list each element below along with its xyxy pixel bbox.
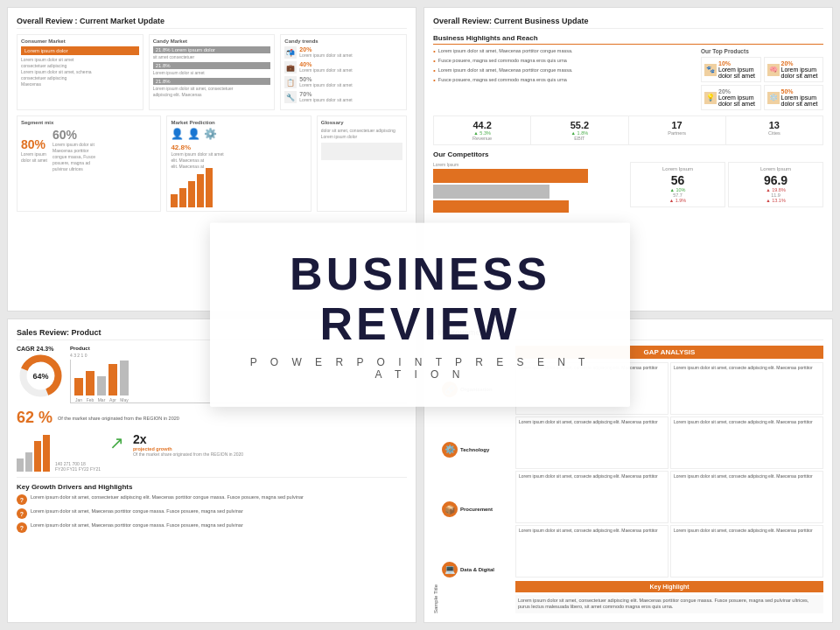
comp-big-num-2: 96.9 bbox=[732, 173, 819, 187]
growth-item-2: ? Lorem ipsum dolor sit amet, Maecenas p… bbox=[17, 508, 407, 519]
metric-label-1: Revenue bbox=[439, 136, 525, 141]
pred-icons: 👤 👤 ⚙️ bbox=[171, 128, 306, 140]
cagr-label: CAGR 24.3% bbox=[17, 346, 65, 352]
trend-bar-fy21a bbox=[25, 452, 32, 472]
bullet-text-2: Fusce posuere, magna sed commodo magna e… bbox=[438, 58, 567, 64]
candy-trends-label: Candy trends bbox=[284, 38, 402, 44]
metric-label-3: Partners bbox=[634, 130, 720, 136]
metric-value-1: 44.2 bbox=[439, 120, 525, 130]
metric-value-2: 55.2 bbox=[536, 120, 622, 130]
pred-bar-2 bbox=[179, 188, 186, 207]
pred-bar-1 bbox=[171, 194, 178, 207]
cell-data-2: Lorem ipsum dolor sit amet, consecte adi… bbox=[670, 525, 823, 578]
competitors-section: Our Competitors Lorem Ipsum Lorem Ipsum … bbox=[433, 150, 823, 214]
key-growth-section: Key Growth Drivers and Highlights ? Lore… bbox=[17, 477, 407, 533]
data-label: Data & Digital bbox=[460, 567, 494, 572]
sub-title: P O W E R P O I N T P R E S E N T A T I … bbox=[245, 356, 595, 381]
pred-icon-2: 👤 bbox=[187, 128, 200, 140]
segment-big-pct1: 80% Lorem ipsum dolor sit amet bbox=[21, 137, 47, 164]
bullet-dot-3: • bbox=[433, 66, 436, 74]
product-3: 💡 20% Lorem ipsum dolor sit amet bbox=[701, 85, 761, 110]
main-title-line2: REVIEW bbox=[245, 299, 595, 349]
product-4: ❄️ 50% Lorem ipsum dolor sit amet bbox=[764, 85, 824, 110]
trend-icon-2: 💼 bbox=[284, 61, 297, 74]
comp-bar-orange-1 bbox=[433, 169, 588, 183]
comp-cards: Lorem Ipsum 56 ▲ 10% 57.7 ▲ 1.9% Lorem I… bbox=[630, 162, 823, 207]
bullet-dot-1: • bbox=[433, 47, 436, 55]
market-pred-label: Market Prediction bbox=[171, 120, 306, 125]
bullet-text-3: Lorem ipsum dolor sit amet, Maecenas por… bbox=[438, 67, 573, 74]
trend-bars bbox=[17, 432, 50, 472]
market-share-row: 62 % Of the market share originated from… bbox=[17, 409, 407, 427]
metric-cities: 13 Cities bbox=[726, 116, 822, 144]
trend-pct-3: 50% bbox=[299, 76, 352, 82]
metric-label-4: Cities bbox=[732, 130, 817, 136]
growth-sub: Of the market share originated from the … bbox=[133, 452, 243, 457]
comp-card-title-1: Lorem Ipsum bbox=[634, 166, 721, 172]
comp-bar-gray-1 bbox=[433, 185, 550, 199]
chart-pct: 42.8% bbox=[171, 144, 306, 151]
metric-value-4: 13 bbox=[732, 120, 817, 130]
lorem-3: Lorem ipsum dolor sit amet, schema bbox=[21, 69, 139, 74]
highlight-text: Lorem ipsum dolor sit amet, consectetuer… bbox=[515, 595, 823, 613]
top-products-section: Our Top Products 🐾 10% Lorem ipsum dolor… bbox=[701, 48, 823, 110]
metric-ebit: 55.2 ▲ 1.8% EBIT bbox=[531, 116, 628, 144]
segment-mix-label: Segment mix bbox=[21, 120, 157, 125]
lorem-2: consectetuer adipiscing bbox=[21, 63, 139, 68]
key-growth-title: Key Growth Drivers and Highlights bbox=[17, 483, 407, 491]
pred-bar-5 bbox=[206, 168, 213, 207]
metric-revenue: 44.2 ▲ 5.3% Revenue bbox=[434, 116, 531, 144]
product-icon-1: 🐾 bbox=[704, 64, 717, 76]
top-products-label: Our Top Products bbox=[701, 48, 823, 54]
bar-labels: 140 271 700 18 FY20 FY21 FY22 FY21 bbox=[55, 432, 101, 472]
product-1: 🐾 10% Lorem ipsum dolor sit amet bbox=[701, 57, 761, 82]
trend-pct-4: 70% bbox=[299, 91, 352, 97]
glossary-label: Glossary bbox=[321, 120, 402, 125]
growth-q-icon-1: ? bbox=[17, 494, 27, 505]
growth-item-1: ? Lorem ipsum dolor sit amet, consectetu… bbox=[17, 494, 407, 505]
cell-tech-2: Lorem ipsum dolor sit amet, consecte adi… bbox=[670, 416, 823, 469]
market-share-label: Of the market share originated from the … bbox=[58, 416, 407, 421]
gray-bar-2: 21.8% bbox=[153, 62, 271, 69]
segment-row: 80% Lorem ipsum dolor sit amet 60% Lorem… bbox=[21, 128, 157, 172]
growth-q-icon-3: ? bbox=[17, 522, 27, 533]
donut-chart: 64% bbox=[17, 352, 65, 400]
bullet-dot-2: • bbox=[433, 57, 436, 65]
growth-text-1: Lorem ipsum dolor sit amet, consectetuer… bbox=[31, 494, 304, 501]
comp-bar-orange-2 bbox=[433, 200, 626, 213]
comp-card-1: Lorem Ipsum 56 ▲ 10% 57.7 ▲ 1.9% bbox=[630, 162, 725, 207]
product-2: 🧠 20% Lorem ipsum dolor sit amet bbox=[764, 57, 824, 82]
gray-bar-1: 21.8% Lorem ipsum dolor bbox=[153, 46, 271, 53]
highlights-bullets: • Lorem ipsum dolor sit amet, Maecenas p… bbox=[433, 48, 696, 110]
product-pct-4: 50% bbox=[781, 88, 818, 94]
cell-proc-1: Lorem ipsum dolor sit amet, consecte adi… bbox=[515, 471, 668, 523]
trend-bar-fy20 bbox=[17, 458, 24, 472]
comp-big-num-1: 56 bbox=[634, 173, 721, 187]
key-highlight-bar: Key Highlight bbox=[515, 581, 823, 592]
bar-apr: Apr bbox=[108, 364, 117, 402]
growth-q-icon-2: ? bbox=[17, 508, 27, 519]
slide1-bottom-row: Segment mix 80% Lorem ipsum dolor sit am… bbox=[17, 116, 407, 212]
segment-block: Segment mix 80% Lorem ipsum dolor sit am… bbox=[17, 116, 161, 212]
tech-row: ⚙️ Technology bbox=[442, 442, 512, 458]
bullet-3: • Lorem ipsum dolor sit amet, Maecenas p… bbox=[433, 67, 696, 74]
trend-icon-3: 📋 bbox=[284, 76, 297, 88]
trend-pct-2: 40% bbox=[299, 61, 352, 67]
proc-row: 📦 Procurement bbox=[442, 501, 512, 517]
product-pct-1: 10% bbox=[718, 60, 755, 66]
products-grid: 🐾 10% Lorem ipsum dolor sit amet 🧠 20% bbox=[701, 57, 823, 110]
growth-num: 2x bbox=[133, 432, 243, 446]
trend-item-1: 📬 20% Lorem ipsum dolor sit amet bbox=[284, 46, 402, 59]
data-row: 💻 Data & Digital bbox=[442, 562, 512, 578]
trend-item-3: 📋 50% Lorem ipsum dolor sit amet bbox=[284, 76, 402, 88]
comp-card-title-2: Lorem Ipsum bbox=[732, 166, 819, 172]
pred-chart bbox=[171, 172, 306, 207]
glossary-text: dolor sit amet, consectetuer adipiscing bbox=[321, 128, 402, 133]
product-pct-2: 20% bbox=[781, 60, 818, 66]
slide1-title: Overall Review : Current Market Update bbox=[17, 17, 407, 29]
lorem-5: Maecenas bbox=[21, 81, 139, 87]
bullet-1: • Lorem ipsum dolor sit amet, Maecenas p… bbox=[433, 48, 696, 55]
metric-partners: 17 Partners bbox=[629, 116, 726, 144]
lorem-4: consectetuer adipiscing bbox=[21, 75, 139, 80]
growth-section: 140 271 700 18 FY20 FY21 FY22 FY21 ↗ 2x … bbox=[17, 432, 407, 472]
